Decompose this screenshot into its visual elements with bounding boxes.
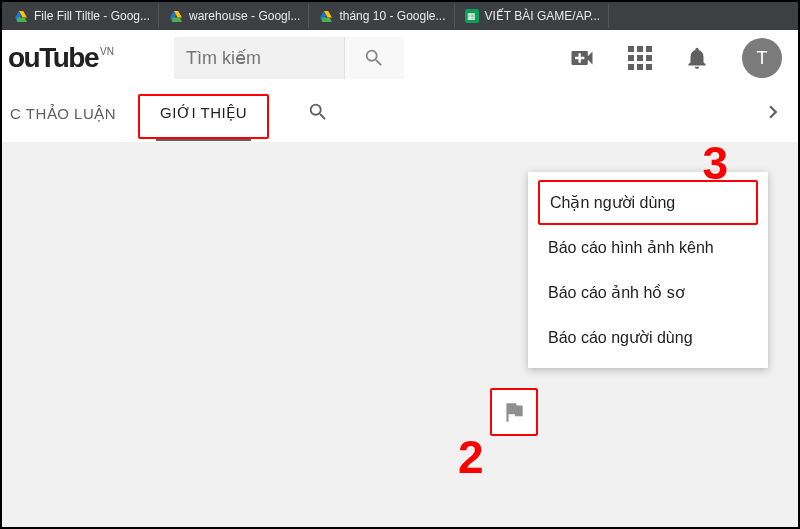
menu-report-channel-art[interactable]: Báo cáo hình ảnh kênh bbox=[528, 225, 768, 270]
logo-region: VN bbox=[100, 46, 114, 57]
report-dropdown-menu: 3 Chặn người dùng Báo cáo hình ảnh kênh … bbox=[528, 172, 768, 368]
search-icon bbox=[363, 47, 385, 69]
drive-icon bbox=[169, 10, 183, 23]
menu-report-user[interactable]: Báo cáo người dùng bbox=[528, 315, 768, 360]
youtube-logo[interactable]: ouTube VN bbox=[8, 42, 114, 74]
menu-block-user[interactable]: Chặn người dùng bbox=[538, 180, 758, 225]
youtube-header: ouTube VN T bbox=[2, 30, 798, 86]
chevron-right-icon bbox=[760, 99, 786, 125]
channel-search-button[interactable] bbox=[307, 101, 329, 127]
notifications-button[interactable] bbox=[684, 45, 710, 71]
bell-icon bbox=[684, 45, 710, 71]
browser-tab[interactable]: warehouse - Googl... bbox=[161, 4, 309, 28]
header-actions: T bbox=[568, 38, 782, 78]
content-area: 3 Chặn người dùng Báo cáo hình ảnh kênh … bbox=[2, 142, 798, 529]
browser-tab-label: File Fill Tiltle - Goog... bbox=[34, 9, 150, 23]
search-icon bbox=[307, 101, 329, 123]
menu-report-profile-pic[interactable]: Báo cáo ảnh hồ sơ bbox=[528, 270, 768, 315]
video-plus-icon bbox=[568, 44, 596, 72]
tab-about[interactable]: GIỚI THIỆU bbox=[156, 88, 251, 141]
user-avatar[interactable]: T bbox=[742, 38, 782, 78]
browser-tab[interactable]: ▦ VIẾT BÀI GAME/AP... bbox=[457, 4, 610, 28]
tab-discussion[interactable]: C THẢO LUẬN bbox=[6, 89, 120, 139]
scroll-right-button[interactable] bbox=[760, 99, 786, 129]
create-video-button[interactable] bbox=[568, 44, 596, 72]
sheets-icon: ▦ bbox=[465, 9, 479, 23]
apps-button[interactable] bbox=[628, 46, 652, 70]
drive-icon bbox=[14, 10, 28, 23]
browser-tab-label: tháng 10 - Google... bbox=[339, 9, 445, 23]
annotation-number-2: 2 bbox=[458, 430, 484, 484]
search-input[interactable] bbox=[174, 37, 344, 79]
browser-tab-label: warehouse - Googl... bbox=[189, 9, 300, 23]
logo-text: ouTube bbox=[8, 42, 98, 74]
flag-button[interactable] bbox=[490, 388, 538, 436]
apps-grid-icon bbox=[628, 46, 652, 70]
flag-icon bbox=[501, 399, 527, 425]
search-container bbox=[174, 37, 404, 79]
browser-tab-label: VIẾT BÀI GAME/AP... bbox=[485, 9, 601, 23]
avatar-letter: T bbox=[757, 48, 768, 69]
drive-icon bbox=[319, 10, 333, 23]
browser-tab-bar: File Fill Tiltle - Goog... warehouse - G… bbox=[2, 2, 798, 30]
browser-tab[interactable]: tháng 10 - Google... bbox=[311, 4, 454, 28]
channel-tabs: C THẢO LUẬN GIỚI THIỆU 1 bbox=[2, 86, 798, 142]
search-button[interactable] bbox=[344, 37, 404, 79]
browser-tab[interactable]: File Fill Tiltle - Goog... bbox=[6, 4, 159, 28]
